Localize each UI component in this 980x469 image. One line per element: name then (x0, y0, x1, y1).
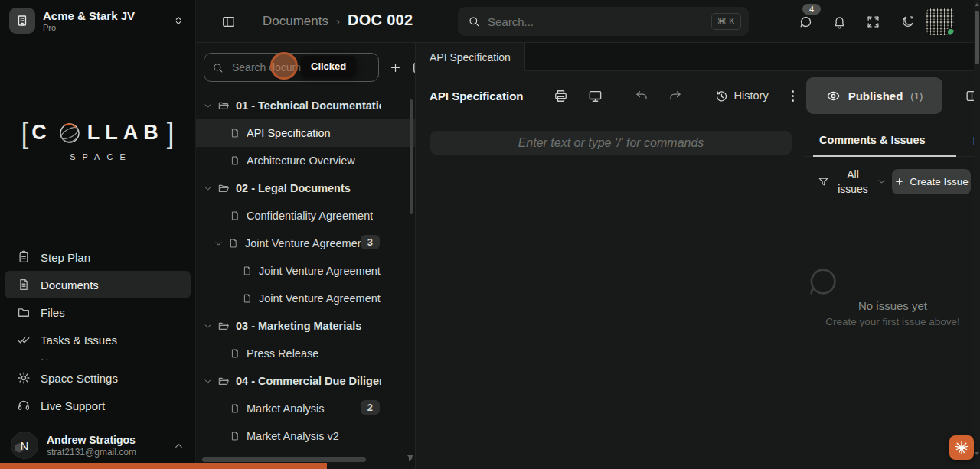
editor-placeholder[interactable]: Enter text or type '/' for commands (430, 131, 792, 155)
empty-state-title: No issues yet (805, 299, 980, 312)
undo-icon[interactable] (635, 89, 648, 103)
documents-panel: 01 - Technical Documentation API Specifi… (196, 43, 416, 469)
assistant-fab-button[interactable] (949, 435, 974, 460)
chevron-down-icon[interactable] (214, 239, 224, 249)
speech-bubble-icon (805, 264, 980, 299)
logo-bracket-right: ] (167, 116, 174, 150)
folder-open-icon (217, 375, 230, 387)
dark-mode-icon[interactable] (900, 15, 915, 29)
published-button[interactable]: Published (1) (806, 77, 943, 114)
sidebar-item-label: Documents (41, 278, 99, 291)
page-scrollbar-thumb[interactable] (975, 11, 979, 64)
sidebar-item-files[interactable]: Files (5, 298, 191, 326)
create-issue-button[interactable]: Create Issue (892, 169, 971, 194)
scroll-down-arrow[interactable] (975, 452, 979, 455)
sidebar-nav: Step Plan Documents Files Tasks & Issues… (0, 243, 195, 419)
sidebar-item-documents[interactable]: Documents (5, 271, 191, 298)
file-icon (230, 210, 240, 221)
user-email: strat2131@gmail.com (47, 447, 165, 458)
sidebar-item-label: Live Support (41, 399, 105, 412)
tree-doc-selected[interactable]: API Specification (196, 119, 415, 147)
version-count-badge: 2 (361, 400, 380, 415)
breadcrumb-separator: › (336, 15, 340, 28)
user-name: Andrew Stratigos (47, 434, 165, 446)
editor-toolbar: API Specification History Published (1) (416, 71, 980, 120)
document-tabstrip: API Specification (416, 43, 980, 71)
tree-doc[interactable]: Market Analysis v2 (196, 422, 415, 450)
tree-doc[interactable]: Joint Venture Agreement (Asia-P (196, 257, 415, 285)
search-shortcut-kbd: ⌘ K (711, 13, 741, 30)
global-search[interactable]: ⌘ K (458, 7, 749, 36)
redo-icon[interactable] (668, 89, 682, 103)
user-menu[interactable]: N Andrew Stratigos strat2131@gmail.com (0, 432, 195, 459)
chevron-up-down-icon[interactable] (171, 13, 186, 28)
document-icon (17, 278, 31, 291)
sidebar-item-tasks-issues[interactable]: Tasks & Issues (5, 326, 191, 353)
click-indicator (270, 52, 298, 80)
eye-icon (826, 89, 841, 103)
tree-item-label: 03 - Marketing Materials (236, 320, 361, 332)
tree-doc[interactable]: Confidentiality Agreement (196, 202, 415, 230)
tree-doc[interactable]: Market Analysis 2 (196, 395, 415, 422)
sidebar-item-live-support[interactable]: Live Support (5, 392, 191, 419)
tree-horizontal-scrollbar[interactable] (202, 457, 406, 462)
tree-folder[interactable]: 03 - Marketing Materials (196, 312, 415, 340)
text-cursor (230, 61, 230, 73)
chevron-down-icon[interactable] (877, 177, 887, 187)
tree-item-label: Joint Venture Agreement (245, 237, 367, 249)
add-document-button[interactable] (389, 61, 402, 74)
presentation-icon[interactable] (588, 89, 603, 103)
tree-folder[interactable]: 01 - Technical Documentation (196, 92, 415, 119)
global-search-input[interactable] (488, 15, 704, 28)
starburst-icon (954, 440, 969, 455)
chevron-up-icon[interactable] (173, 440, 185, 451)
print-icon[interactable] (554, 89, 568, 103)
tab-api-specification[interactable]: API Specification (416, 43, 525, 71)
toggle-sidebar-icon[interactable] (221, 15, 236, 29)
sidebar-item-label: Tasks & Issues (41, 334, 117, 347)
chevron-down-icon[interactable] (203, 376, 213, 386)
tree-folder[interactable]: 02 - Legal Documents (196, 174, 415, 202)
workspace-switcher[interactable]: Acme & Stark JV Pro (0, 0, 195, 41)
fullscreen-icon[interactable] (866, 15, 880, 29)
history-button[interactable]: History (715, 90, 769, 103)
chevron-down-icon[interactable] (203, 184, 213, 194)
tree-vertical-scrollbar[interactable] (410, 99, 413, 214)
tree-doc-expandable[interactable]: Joint Venture Agreement 3 (196, 230, 415, 257)
gear-icon (17, 371, 31, 385)
document-editor[interactable]: Enter text or type '/' for commands (416, 120, 805, 469)
recording-progress-bar (0, 463, 327, 469)
breadcrumb-parent[interactable]: Documents (263, 14, 328, 29)
tree-item-label: 01 - Technical Documentation (236, 99, 381, 112)
folder-icon (17, 305, 31, 319)
version-count-badge: 3 (361, 235, 380, 249)
breadcrumb-current: DOC 002 (348, 11, 413, 29)
issues-filter-dropdown[interactable]: All issues (835, 168, 871, 197)
scroll-right-arrow[interactable] (409, 455, 413, 461)
online-status-dot (946, 28, 954, 35)
user-avatar[interactable] (926, 8, 954, 35)
sidebar-item-label: Step Plan (41, 251, 90, 264)
bell-icon[interactable] (832, 15, 847, 29)
scroll-up-arrow[interactable] (975, 3, 979, 6)
sidebar: Acme & Stark JV Pro [ C LLAB ] SPACE Ste… (0, 0, 196, 469)
tree-doc[interactable]: Architecture Overview (196, 147, 415, 174)
file-icon (230, 128, 240, 138)
page-scrollbar[interactable] (974, 0, 980, 469)
chat-icon[interactable] (799, 15, 813, 29)
sidebar-item-space-settings[interactable]: Space Settings (5, 364, 191, 392)
more-options-icon[interactable] (792, 90, 794, 102)
tree-doc[interactable]: Joint Venture Agreement (EU Ve (196, 285, 415, 312)
search-icon (212, 62, 224, 73)
search-icon (468, 15, 480, 28)
tree-folder[interactable]: 04 - Commercial Due Diligence (196, 367, 415, 395)
chevron-down-icon[interactable] (203, 321, 213, 331)
logo-subtitle: SPACE (0, 152, 195, 161)
headset-icon (17, 399, 31, 412)
filter-icon[interactable] (818, 176, 829, 187)
tree-doc[interactable]: Press Release (196, 340, 415, 367)
tab-comments-issues[interactable]: Comments & Issues (813, 134, 956, 157)
issues-empty-state: No issues yet Create your first issue ab… (805, 264, 980, 327)
chevron-down-icon[interactable] (203, 101, 213, 111)
sidebar-item-step-plan[interactable]: Step Plan (5, 243, 191, 271)
